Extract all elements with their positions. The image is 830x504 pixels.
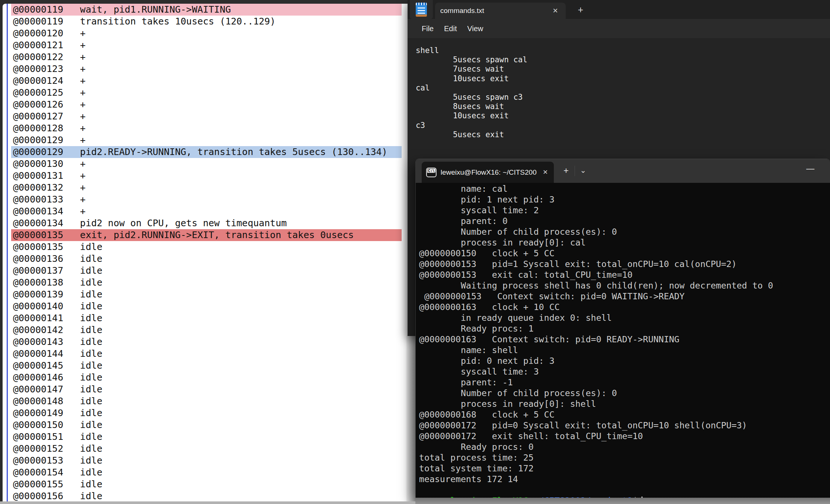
log-line: @00000148 idle: [11, 395, 402, 407]
cmd-prompt-icon: C:\: [426, 168, 437, 177]
log-line: @00000136 idle: [11, 253, 402, 265]
terminal-line: @0000000163 Context switch: pid=0 READY-…: [419, 334, 830, 345]
notepad-text-line: 10usecs exit: [416, 74, 830, 83]
log-line: @00000147 idle: [11, 383, 402, 395]
log-viewer-window[interactable]: @00000119 wait, pid1.RUNNING->WAITING @0…: [3, 4, 410, 504]
log-line: @00000154 idle: [11, 467, 402, 478]
minimize-icon[interactable]: —: [802, 161, 819, 176]
terminal-line: name: cal: [419, 183, 830, 194]
log-line: @00000152 idle: [11, 443, 402, 455]
terminal-line: @0000000153 exit cal: total_CPU_time=10: [419, 269, 830, 280]
taskbar-strip-left: [0, 501, 415, 504]
log-line: @00000127 +: [11, 111, 402, 122]
notepad-tab-bar: commands.txt ✕ +: [408, 0, 830, 19]
log-line: @00000130 +: [11, 158, 402, 170]
notepad-menu-bar: File Edit View: [408, 19, 830, 38]
terminal-line: @0000000150 clock + 5 CC: [419, 248, 830, 258]
notepad-tab-commands-txt[interactable]: commands.txt ✕: [435, 3, 566, 19]
log-line: @00000125 +: [11, 87, 402, 99]
terminal-output: name: cal pid: 1 next pid: 3 syscall tim…: [419, 183, 830, 484]
terminal-prompt-line: leweixu@FlowX16:~/CITS2002/project1$: [419, 484, 830, 498]
terminal-line: @0000000153 pid=1 Syscall exit: total_on…: [419, 258, 830, 269]
menu-item[interactable]: View: [462, 22, 488, 35]
terminal-tab[interactable]: C:\ leweixu@FlowX16: ~/CITS200 ✕: [422, 162, 554, 183]
menu-item[interactable]: File: [416, 22, 439, 35]
log-line: @00000149 idle: [11, 407, 402, 419]
chevron-down-icon[interactable]: ⌄: [578, 164, 589, 176]
log-line: @00000129 pid2.READY->RUNNING, transitio…: [11, 146, 402, 158]
notepad-text-line: 10usecs exit: [416, 111, 830, 121]
log-line: @00000139 idle: [11, 289, 402, 300]
notepad-app-icon-area: [410, 0, 433, 19]
terminal-tab-title: leweixu@FlowX16: ~/CITS200: [441, 168, 537, 177]
terminal-line: Ready procs: 1: [419, 323, 830, 334]
log-line: @00000119 transition takes 10usecs (120.…: [11, 16, 402, 27]
log-line: @00000131 +: [11, 170, 402, 182]
log-line: @00000135 idle: [11, 241, 402, 253]
terminal-line: pid: 1 next pid: 3: [419, 194, 830, 205]
log-line: @00000141 idle: [11, 312, 402, 324]
log-line: @00000137 idle: [11, 265, 402, 277]
log-line: @00000150 idle: [11, 419, 402, 431]
menu-item[interactable]: Edit: [439, 22, 462, 35]
log-line: @00000132 +: [11, 182, 402, 194]
terminal-tab-bar: C:\ leweixu@FlowX16: ~/CITS200 ✕ + ⌄ —: [416, 159, 830, 183]
tab-close-icon[interactable]: ✕: [540, 168, 550, 177]
terminal-line: syscall time: 3: [419, 366, 830, 377]
terminal-line: total system time: 172: [419, 463, 830, 474]
terminal-line: @0000000168 clock + 5 CC: [419, 409, 830, 420]
terminal-line: @0000000153 Context switch: pid=0 WAITIN…: [419, 291, 830, 302]
terminal-line: parent: 0: [419, 215, 830, 226]
log-line: @00000144 idle: [11, 348, 402, 360]
log-line: @00000135 exit, pid2.RUNNING->EXIT, tran…: [11, 229, 402, 241]
notepad-text-line: c3: [416, 121, 830, 130]
terminal-line: @0000000163 clock + 10 CC: [419, 302, 830, 312]
tab-bar-divider: [575, 166, 575, 176]
notepad-text-line: 7usecs wait: [416, 65, 830, 74]
terminal-line: measurements 172 14: [419, 474, 830, 484]
log-line: @00000120 +: [11, 27, 402, 39]
log-line: @00000134 +: [11, 205, 402, 217]
log-line: @00000133 +: [11, 194, 402, 205]
log-line: @00000143 idle: [11, 336, 402, 348]
log-lines: @00000119 wait, pid1.RUNNING->WAITING @0…: [11, 4, 402, 502]
log-line: @00000138 idle: [11, 277, 402, 289]
new-tab-icon[interactable]: +: [560, 165, 572, 177]
log-line: @00000140 idle: [11, 300, 402, 312]
tab-close-icon[interactable]: ✕: [550, 6, 561, 16]
notepad-text-line: 8usecs wait: [416, 102, 830, 111]
log-line: @00000145 idle: [11, 360, 402, 372]
terminal-line: process in ready[0]: shell: [419, 398, 830, 409]
terminal-line: Number of child process(es): 0: [419, 226, 830, 237]
terminal-line: name: shell: [419, 345, 830, 355]
notepad-text-line: cal: [416, 83, 830, 93]
terminal-window: C:\ leweixu@FlowX16: ~/CITS200 ✕ + ⌄ — n…: [415, 159, 830, 498]
notepad-text-line: 5usecs spawn c3: [416, 93, 830, 102]
terminal-line: pid: 0 next pid: 3: [419, 355, 830, 366]
terminal-line: parent: -1: [419, 377, 830, 388]
terminal-content[interactable]: name: cal pid: 1 next pid: 3 syscall tim…: [416, 183, 830, 498]
log-line: @00000156 idle: [11, 490, 402, 502]
log-line: @00000146 idle: [11, 372, 402, 383]
log-line: @00000124 +: [11, 75, 402, 87]
log-line: @00000151 idle: [11, 431, 402, 443]
log-line: @00000142 idle: [11, 324, 402, 336]
terminal-line: @0000000172 pid=0 Syscall exit: total_on…: [419, 420, 830, 431]
terminal-line: Waiting process shell has 0 child(ren); …: [419, 280, 830, 291]
terminal-line: total process time: 25: [419, 452, 830, 463]
new-tab-icon[interactable]: +: [574, 4, 587, 16]
log-line: @00000122 +: [11, 51, 402, 63]
log-line: @00000129 +: [11, 134, 402, 146]
terminal-line: Number of child process(es): 0: [419, 388, 830, 398]
log-line: @00000134 pid2 now on CPU, gets new time…: [11, 217, 402, 229]
log-line: @00000121 +: [11, 39, 402, 51]
terminal-line: process in ready[0]: cal: [419, 237, 830, 248]
notepad-tab-title: commands.txt: [440, 7, 484, 15]
notepad-text-line: 5usecs exit: [416, 130, 830, 139]
terminal-line: Ready procs: 0: [419, 441, 830, 452]
notepad-text-line: shell: [416, 46, 830, 55]
log-line: @00000128 +: [11, 122, 402, 134]
terminal-line: in ready queue index 0: shell: [419, 312, 830, 323]
taskbar-strip-right: [415, 498, 830, 504]
log-line: @00000123 +: [11, 63, 402, 75]
